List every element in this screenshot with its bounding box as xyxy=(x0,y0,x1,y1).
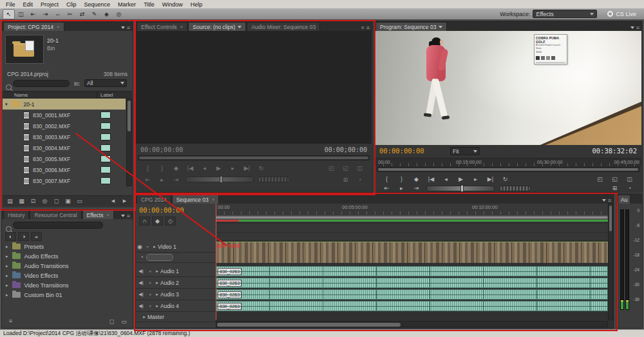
set-display-style-icon[interactable]: ◔ xyxy=(137,253,146,261)
track-header-audio1[interactable]: ◀) ▫ ▸ Audio 1 xyxy=(136,266,216,277)
workspace-dropdown[interactable]: Effects xyxy=(533,10,597,18)
scrollbar-thumb[interactable] xyxy=(378,168,638,171)
scrollbar-thumb[interactable] xyxy=(139,157,368,159)
step-forward-button[interactable]: ▸ xyxy=(228,164,238,172)
timeline-ruler[interactable]: 00:00 00:05:00:00 00:10:00:00 xyxy=(216,204,608,216)
track-name[interactable]: Audio 3 xyxy=(160,291,179,298)
go-to-in-button[interactable]: |◀ xyxy=(426,175,436,183)
bin-thumbnail[interactable] xyxy=(5,35,44,64)
twirl-icon[interactable]: ▸ xyxy=(6,244,8,249)
add-marker-button[interactable]: ◆ xyxy=(412,175,421,183)
effects-search-input[interactable] xyxy=(13,222,103,229)
menu-title[interactable]: Title xyxy=(140,1,158,8)
selection-tool-icon[interactable]: ↖ xyxy=(3,9,15,19)
accelerated-effects-icon[interactable]: ◐ xyxy=(5,232,16,241)
go-to-out-button[interactable]: ▶| xyxy=(242,164,252,172)
fit-dropdown[interactable]: Fit xyxy=(450,147,480,155)
ripple-edit-tool-icon[interactable]: ⇤ xyxy=(27,9,39,19)
video-clip[interactable]: 830_0263 xyxy=(216,242,608,263)
label-swatch[interactable] xyxy=(100,111,111,119)
track-header-video1[interactable]: ◉ ▫ ▸ Video 1 xyxy=(136,242,216,253)
track-header-audio4[interactable]: ◀) ▫ ▸ Audio 4 xyxy=(136,301,216,312)
lock-icon[interactable]: ▫ xyxy=(146,267,154,275)
rolling-edit-tool-icon[interactable]: ⇥ xyxy=(39,9,52,19)
new-custom-bin-icon[interactable]: ◻ xyxy=(107,318,117,325)
insert-button[interactable]: ◰ xyxy=(327,164,336,172)
go-to-next-edit-button[interactable]: ⇥ xyxy=(412,184,421,192)
safe-margins-button[interactable]: ⊞ xyxy=(341,176,350,184)
step-back-button[interactable]: ◂ xyxy=(200,164,209,172)
tab-audio-mixer[interactable]: Audio Mixer: Sequence 03 xyxy=(247,22,320,31)
effects-bin-audio-transitions[interactable]: ▸ Audio Transitions xyxy=(3,261,126,271)
loop-button[interactable]: ↻ xyxy=(500,175,510,183)
menu-marker[interactable]: Marker xyxy=(114,1,140,8)
go-to-out-button[interactable]: ▶| xyxy=(486,175,495,183)
label-swatch[interactable] xyxy=(100,155,111,162)
effects-bin-custom-bin[interactable]: ▸ Custom Bin 01 xyxy=(3,290,126,300)
close-icon[interactable]: × xyxy=(180,24,184,30)
track-header-audio3[interactable]: ◀) ▫ ▸ Audio 3 xyxy=(136,289,216,300)
close-icon[interactable]: × xyxy=(57,24,60,30)
clip-row[interactable]: 830_0002.MXF xyxy=(3,120,126,131)
step-back-button[interactable]: ◂ xyxy=(441,175,451,183)
clip-row[interactable]: 830_0006.MXF xyxy=(3,164,126,175)
label-swatch[interactable] xyxy=(100,177,111,184)
timeline-vertical-scrollbar[interactable] xyxy=(608,204,613,320)
keyframe-icon[interactable]: ◇ xyxy=(165,217,176,226)
tab-sequence-cpg2014[interactable]: CPG 2014 xyxy=(137,195,171,204)
find-icon[interactable]: ◎ xyxy=(40,197,50,205)
list-view-icon[interactable]: ▤ xyxy=(5,197,15,205)
safe-margins-button[interactable]: ⊞ xyxy=(610,184,620,192)
tab-sequence-03[interactable]: Sequence 03 × xyxy=(172,195,220,204)
tab-resource-central[interactable]: Resource Central xyxy=(30,210,81,219)
menu-help[interactable]: Help xyxy=(187,1,207,8)
track-select-tool-icon[interactable]: ◫ xyxy=(15,9,27,19)
scrollbar-thumb[interactable] xyxy=(128,101,131,131)
mark-out-button[interactable]: } xyxy=(157,164,167,172)
shuttle-slider[interactable] xyxy=(185,177,254,182)
cs-live-button[interactable]: CS Live xyxy=(607,11,636,17)
track-header-master[interactable]: ▸ Master xyxy=(136,313,216,322)
program-timecode[interactable]: 00:00:00:00 xyxy=(379,147,424,155)
razor-tool-icon[interactable]: ✂ xyxy=(64,9,76,19)
twirl-icon[interactable]: ▸ xyxy=(154,302,160,310)
trash-icon[interactable]: ▭ xyxy=(75,197,84,205)
lock-icon[interactable]: ▫ xyxy=(144,243,151,251)
output-button[interactable]: ◔ xyxy=(625,184,634,192)
twirl-open-icon[interactable]: ▾ xyxy=(5,102,8,107)
twirl-icon[interactable]: ▸ xyxy=(151,243,158,251)
extract-button[interactable]: ◱ xyxy=(610,175,620,183)
menu-edit[interactable]: Edit xyxy=(19,1,37,8)
column-name[interactable]: Name xyxy=(14,92,28,98)
go-to-next-edit-button[interactable]: ⇥ xyxy=(171,176,181,184)
project-search-input[interactable] xyxy=(13,80,70,87)
panel-menu-button[interactable]: ×≡ xyxy=(361,24,372,31)
zoom-tool-icon[interactable]: ◎ xyxy=(113,9,125,19)
close-icon[interactable]: × xyxy=(106,212,109,218)
menu-sequence[interactable]: Sequence xyxy=(80,1,115,8)
scroll-left-icon[interactable]: ◀ xyxy=(108,197,118,205)
go-to-previous-edit-button[interactable]: ⇤ xyxy=(143,176,153,184)
audio-clip[interactable]: 830_0263 xyxy=(216,278,608,288)
program-scrollbar[interactable] xyxy=(377,167,639,172)
export-frame-button[interactable]: ◫ xyxy=(625,175,634,183)
step-forward-button[interactable]: ▸ xyxy=(471,175,480,183)
play-button[interactable]: ▶ xyxy=(214,164,223,172)
export-frame-button[interactable]: ◫ xyxy=(355,164,365,172)
play-in-out-button[interactable]: ▸ xyxy=(157,176,167,184)
close-icon[interactable]: × xyxy=(212,197,215,202)
scrollbar-thumb[interactable] xyxy=(609,206,612,231)
track-name[interactable]: Master xyxy=(147,314,164,320)
menu-file[interactable]: File xyxy=(2,1,19,8)
yuv-effects-icon[interactable]: ◒ xyxy=(31,232,42,241)
menu-clip[interactable]: Clip xyxy=(62,1,80,8)
tab-history[interactable]: History xyxy=(3,210,29,219)
audio-clip[interactable]: 830_0263 xyxy=(216,301,608,311)
program-time-ruler[interactable]: 00:00 00:15:00:00 00:30:00:00 00:45:00:0… xyxy=(375,158,641,167)
slip-tool-icon[interactable]: ⇄ xyxy=(76,9,88,19)
track-name[interactable]: Video 1 xyxy=(158,244,176,250)
effects-bin-audio-effects[interactable]: ▸ Audio Effects xyxy=(3,251,126,261)
tab-source[interactable]: Source: (no clips) xyxy=(188,22,246,31)
tab-program[interactable]: Program: Sequence 03 xyxy=(375,22,447,31)
32bit-effects-icon[interactable]: ◑ xyxy=(18,232,29,241)
